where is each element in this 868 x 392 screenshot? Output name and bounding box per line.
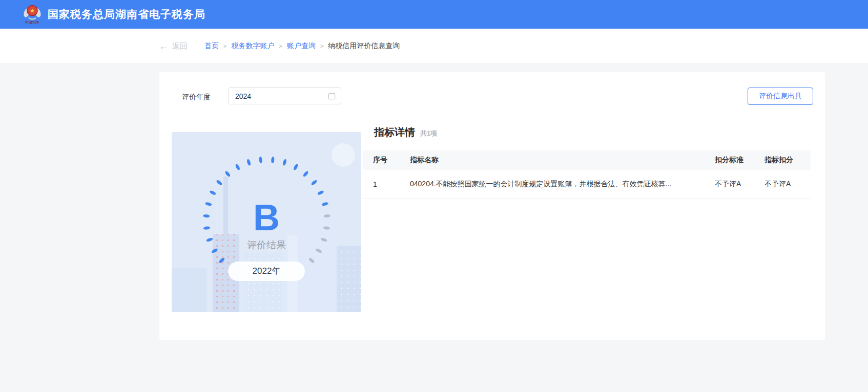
column-header-standard: 扣分标准 <box>705 156 754 165</box>
gauge-dash <box>259 157 262 164</box>
app-header: ★ 中国税务 国家税务总局湖南省电子税务局 <box>0 0 868 29</box>
calendar-icon[interactable] <box>328 92 336 100</box>
indicator-section-header: 指标详情 共1项 <box>363 125 811 140</box>
back-button[interactable]: ← 返回 <box>159 41 188 51</box>
back-arrow-icon: ← <box>159 41 169 51</box>
gauge-dash <box>293 163 299 170</box>
gauge-dash <box>311 179 318 186</box>
gauge-dash <box>302 170 309 178</box>
card-decor-circle <box>332 143 355 167</box>
issue-evaluation-info-button[interactable]: 评价信息出具 <box>748 88 813 105</box>
rating-year-badge: 2022年 <box>228 262 305 281</box>
cell-deduction: 不予评A <box>754 180 811 189</box>
rating-result-label: 评价结果 <box>172 238 361 252</box>
breadcrumb-link-digital-account[interactable]: 税务数字账户 <box>231 41 274 51</box>
gauge-dash <box>282 159 287 166</box>
breadcrumb-link-account-query[interactable]: 账户查询 <box>287 41 316 51</box>
logo-caption: 中国税务 <box>25 20 39 25</box>
indicator-section: 指标详情 共1项 序号 指标名称 扣分标准 指标扣分 1 040204.不能按照… <box>363 125 811 199</box>
evaluation-year-input[interactable] <box>235 92 328 100</box>
cell-name: 040204.不能按照国家统一的会计制度规定设置账簿，并根据合法、有效凭证核算.… <box>400 180 705 189</box>
breadcrumb-separator: > <box>279 43 282 49</box>
national-emblem-icon: ★ <box>24 4 41 20</box>
breadcrumb-separator: > <box>223 43 226 49</box>
gauge-dash <box>246 159 251 166</box>
gauge-dash <box>271 157 274 164</box>
indicator-section-title: 指标详情 <box>374 125 415 139</box>
skyline-decor <box>337 246 361 312</box>
back-button-label: 返回 <box>172 41 188 51</box>
evaluation-year-label: 评价年度 <box>182 93 211 102</box>
cell-standard: 不予评A <box>705 180 754 189</box>
breadcrumb-current-page: 纳税信用评价信息查询 <box>328 41 400 51</box>
svg-text:★: ★ <box>30 7 35 14</box>
content-panel: 评价年度 评价信息出具 B 评价结果 2022年 指标详情 共1项 <box>159 72 825 340</box>
gauge-dash <box>235 163 241 170</box>
breadcrumb-separator: > <box>320 43 323 49</box>
breadcrumb-bar: ← 返回 首页 > 税务数字账户 > 账户查询 > 纳税信用评价信息查询 <box>0 29 868 64</box>
column-header-deduction: 指标扣分 <box>754 156 811 165</box>
app-title: 国家税务总局湖南省电子税务局 <box>48 7 205 21</box>
indicator-table: 序号 指标名称 扣分标准 指标扣分 1 040204.不能按照国家统一的会计制度… <box>363 150 811 199</box>
indicator-count-badge: 共1项 <box>420 129 437 138</box>
column-header-name: 指标名称 <box>400 156 705 165</box>
tax-bureau-logo: ★ 中国税务 <box>24 4 41 25</box>
cell-seq: 1 <box>363 180 400 188</box>
gauge-dash <box>215 179 222 186</box>
gauge-dash <box>317 190 324 195</box>
indicator-table-header: 序号 指标名称 扣分标准 指标扣分 <box>363 150 811 170</box>
rating-card: B 评价结果 2022年 <box>172 132 361 312</box>
evaluation-year-field[interactable] <box>229 88 341 104</box>
column-header-seq: 序号 <box>363 156 400 165</box>
breadcrumb: 首页 > 税务数字账户 > 账户查询 > 纳税信用评价信息查询 <box>204 41 400 51</box>
rating-grade: B <box>172 199 361 236</box>
skyline-decor <box>172 268 206 312</box>
table-row: 1 040204.不能按照国家统一的会计制度规定设置账簿，并根据合法、有效凭证核… <box>363 170 811 199</box>
breadcrumb-link-home[interactable]: 首页 <box>204 41 219 51</box>
gauge-dash <box>209 190 216 195</box>
